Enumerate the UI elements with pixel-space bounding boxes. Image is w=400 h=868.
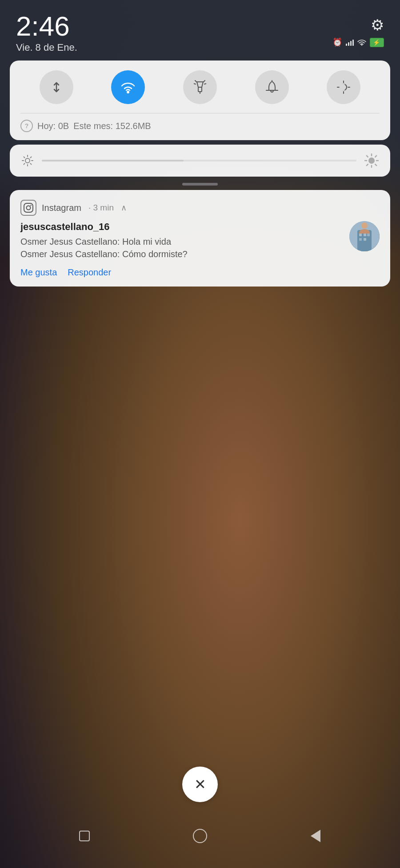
svg-rect-40 (364, 234, 366, 236)
svg-marker-2 (197, 82, 203, 87)
recents-icon (79, 831, 90, 841)
month-usage: Este mes: 152.6MB (73, 121, 151, 131)
home-button[interactable] (190, 826, 210, 846)
status-left: 2:46 Vie. 8 de Ene. (16, 12, 77, 53)
svg-line-31 (375, 164, 376, 166)
notification-sender: jesuscastellano_16 (20, 221, 344, 233)
notification-text: jesuscastellano_16 Osmer Jesus Castellan… (20, 221, 344, 260)
flashlight-icon (194, 80, 206, 94)
notification-message-2: Osmer Jesus Castellano: Cómo dormiste? (20, 248, 344, 260)
svg-point-35 (27, 206, 31, 210)
svg-line-21 (24, 157, 25, 158)
today-usage: Hoy: 0B (37, 121, 69, 131)
notification-header: Instagram · 3 min ∧ (20, 200, 380, 216)
sender-avatar (349, 221, 380, 251)
screen-content: 2:46 Vie. 8 de Ene. ⚙ ⏰ (0, 0, 400, 868)
drag-handle (182, 183, 218, 186)
wifi-toggle-icon (120, 81, 136, 94)
wifi-toggle[interactable] (111, 70, 145, 104)
svg-line-24 (24, 163, 25, 164)
notification-message-1: Osmer Jesus Castellano: Hola mi vida (20, 235, 344, 248)
svg-rect-42 (359, 238, 362, 241)
quick-settings-panel: ? Hoy: 0B Este mes: 152.6MB (10, 61, 390, 140)
back-button[interactable] (306, 826, 325, 846)
nav-bar (0, 820, 400, 855)
reply-button[interactable]: Responder (68, 267, 111, 278)
sort-toggle[interactable] (40, 70, 73, 104)
home-icon (193, 829, 207, 843)
svg-line-22 (30, 163, 31, 164)
svg-line-5 (195, 81, 196, 82)
svg-point-25 (368, 157, 375, 164)
signal-icon (346, 39, 354, 46)
svg-line-33 (367, 164, 368, 166)
battery-icon: ⚡ (370, 38, 384, 47)
svg-line-23 (30, 157, 31, 158)
like-button[interactable]: Me gusta (20, 267, 57, 278)
svg-point-1 (127, 91, 129, 93)
svg-rect-34 (24, 203, 33, 212)
svg-point-36 (30, 205, 31, 206)
brightness-fill (42, 160, 184, 161)
brightness-panel[interactable] (10, 145, 390, 177)
svg-line-6 (204, 81, 205, 82)
wifi-status-icon (357, 39, 366, 46)
svg-line-30 (367, 156, 368, 157)
status-right: ⚙ ⏰ ⚡ (332, 12, 384, 47)
instagram-app-icon (20, 200, 36, 216)
notification-card: Instagram · 3 min ∧ jesuscastellano_16 O… (10, 190, 390, 287)
status-indicators: ⏰ ⚡ (332, 37, 384, 47)
clock: 2:46 (16, 12, 77, 40)
svg-point-16 (25, 158, 30, 163)
svg-line-7 (194, 84, 196, 84)
status-bar: 2:46 Vie. 8 de Ene. ⚙ ⏰ (0, 0, 400, 57)
svg-point-44 (361, 222, 368, 229)
dismiss-button[interactable]: ✕ (182, 767, 218, 802)
divider (20, 113, 380, 113)
brightness-high-icon (364, 153, 379, 168)
bell-toggle[interactable] (255, 70, 289, 104)
brightness-slider[interactable] (42, 160, 356, 161)
svg-rect-3 (198, 87, 202, 92)
notification-time: · 3 min (88, 203, 114, 213)
brightness-low-icon (21, 154, 34, 167)
date: Vie. 8 de Ene. (16, 42, 77, 53)
svg-rect-41 (367, 234, 370, 236)
notification-actions: Me gusta Responder (20, 267, 380, 278)
sort-icon (49, 80, 64, 94)
recents-button[interactable] (75, 826, 94, 846)
expand-icon[interactable]: ∧ (121, 203, 127, 213)
flashlight-toggle[interactable] (183, 70, 217, 104)
toggle-row (20, 70, 380, 104)
svg-rect-39 (359, 234, 362, 236)
nightmode-toggle[interactable] (327, 70, 360, 104)
bell-icon (265, 80, 279, 94)
bottom-area: ✕ (0, 767, 400, 868)
svg-line-8 (204, 84, 206, 84)
data-usage-row: ? Hoy: 0B Este mes: 152.6MB (20, 120, 380, 132)
nightmode-icon (336, 80, 351, 94)
data-usage-icon: ? (20, 120, 33, 132)
back-icon (311, 830, 320, 842)
alarm-icon: ⏰ (332, 37, 342, 47)
svg-rect-43 (364, 238, 366, 241)
notification-body: jesuscastellano_16 Osmer Jesus Castellan… (20, 221, 380, 260)
settings-icon[interactable]: ⚙ (371, 16, 384, 34)
app-name: Instagram (42, 203, 81, 213)
svg-line-32 (375, 156, 376, 157)
